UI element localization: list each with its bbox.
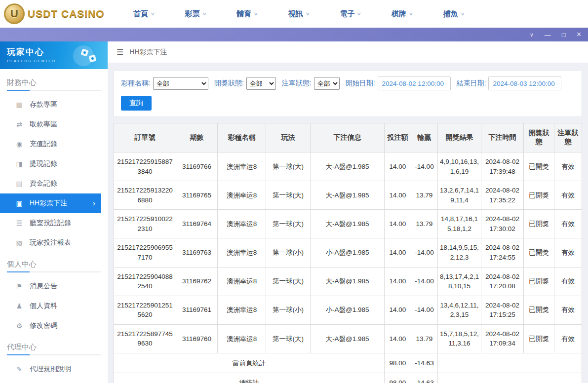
cell-bet-time: 2024-08-02 17:30:02 bbox=[481, 210, 524, 238]
cell-draw-status: 已開獎 bbox=[524, 267, 554, 296]
sidebar-item[interactable]: ✎ 代理規則說明 bbox=[0, 359, 101, 379]
column-header: 注單狀態 bbox=[554, 123, 582, 153]
sidebar-item[interactable]: ▤ 資金記錄 bbox=[0, 174, 101, 193]
cell-order-no: 2152172259132206880 bbox=[114, 181, 176, 210]
topnav-item[interactable]: 首頁 ∨ bbox=[133, 9, 155, 19]
sidebar-item[interactable]: ☰ 廳室投註記錄 bbox=[0, 213, 101, 233]
cell-win-loss: 13.79 bbox=[411, 210, 438, 238]
cell-lottery-name: 澳洲幸运8 bbox=[218, 210, 266, 238]
start-date-input[interactable] bbox=[378, 77, 451, 90]
table-row: 2152172259040882540 31169762 澳洲幸运8 第一球(大… bbox=[114, 267, 582, 296]
logo-letter: U bbox=[10, 7, 18, 20]
cell-bet-amount: 14.00 bbox=[385, 181, 411, 210]
sidebar-item-label: 廳室投註記錄 bbox=[30, 219, 71, 228]
chevron-down-icon: ∨ bbox=[254, 11, 259, 16]
section-divider bbox=[7, 90, 101, 91]
sidebar-item-icon: ✎ bbox=[15, 365, 24, 373]
topnav-item[interactable]: 視訊 ∨ bbox=[288, 9, 310, 19]
column-header: 輸贏 bbox=[411, 123, 438, 153]
hamburger-menu-icon[interactable]: ☰ bbox=[117, 47, 123, 57]
topnav-item-label: 電子 bbox=[340, 9, 354, 19]
sidebar-item[interactable]: ▧ 玩家投注報表 bbox=[0, 233, 101, 253]
cell-bet-time: 2024-08-02 17:15:25 bbox=[481, 296, 524, 324]
topnav-item-label: 首頁 bbox=[133, 9, 148, 19]
cell-play-type: 第一球(小) bbox=[266, 238, 311, 267]
bets-table: 訂單號 期數 彩種名稱 玩法 下注信息 投注額 bbox=[114, 123, 582, 383]
column-header: 彩種名稱 bbox=[218, 123, 266, 153]
topnav-item[interactable]: 電子 ∨ bbox=[340, 9, 361, 19]
main-area: ☰ HH彩票下注 彩種名稱: 全部 開獎狀態: 全部 bbox=[108, 41, 588, 383]
sidebar-item-label: HH彩票下注 bbox=[30, 199, 67, 208]
cell-win-loss: 13.79 bbox=[411, 181, 438, 210]
filter-panel: 彩種名稱: 全部 開獎狀態: 全部 注單狀態: 全 bbox=[114, 70, 582, 117]
dice-decoration bbox=[68, 44, 103, 67]
topnav-item-label: 捕魚 bbox=[443, 9, 458, 19]
topnav-item-label: 視訊 bbox=[288, 9, 303, 19]
cell-win-loss: -14.00 bbox=[411, 153, 438, 181]
collapse-icon[interactable]: ∨ bbox=[530, 32, 534, 38]
minimize-icon[interactable]: — bbox=[545, 32, 551, 38]
sidebar-item[interactable]: ⚑ 消息公告 bbox=[0, 276, 101, 296]
order-status-filter-label: 注單狀態: bbox=[282, 79, 312, 88]
cell-order-status: 有效 bbox=[554, 238, 582, 267]
sidebar-item[interactable]: ▣ HH彩票下注 › bbox=[0, 193, 101, 213]
cell-order-status: 有效 bbox=[554, 267, 582, 296]
topnav-item[interactable]: 彩票 ∨ bbox=[185, 9, 206, 19]
table-row: 2152172259069557170 31169763 澳洲幸运8 第一球(小… bbox=[114, 238, 582, 267]
topnav-item[interactable]: 棋牌 ∨ bbox=[392, 9, 413, 19]
chevron-down-icon: ∨ bbox=[408, 11, 413, 16]
cell-win-loss: -14.00 bbox=[411, 296, 438, 324]
end-date-input[interactable] bbox=[488, 77, 561, 90]
table-row: 2152172258977459630 31169760 澳洲幸运8 第一球(大… bbox=[114, 324, 582, 353]
table-body: 2152172259158873840 31169766 澳洲幸运8 第一球(大… bbox=[114, 153, 582, 353]
column-header: 玩法 bbox=[266, 123, 311, 153]
cell-play-type: 第一球(大) bbox=[266, 267, 311, 296]
sidebar-item-label: 玩家投注報表 bbox=[30, 238, 71, 247]
cell-draw-status: 已開獎 bbox=[524, 153, 554, 181]
cell-bet-amount: 14.00 bbox=[385, 324, 411, 353]
cell-draw-result: 18,14,9,5,15,2,12,3 bbox=[438, 238, 481, 267]
section-divider bbox=[7, 354, 101, 355]
order-status-select[interactable]: 全部 bbox=[314, 77, 340, 90]
summary-empty-cell bbox=[438, 353, 582, 373]
column-header: 下注時間 bbox=[481, 123, 524, 153]
cell-lottery-name: 澳洲幸运8 bbox=[218, 296, 266, 324]
sidebar-item[interactable]: ◨ 提現記錄 bbox=[0, 154, 101, 174]
lottery-select[interactable]: 全部 bbox=[153, 77, 208, 90]
sidebar-item[interactable]: ⇄ 取款專區 bbox=[0, 115, 101, 134]
maximize-icon[interactable]: □ bbox=[562, 32, 566, 38]
cell-draw-result: 15,7,18,5,12,11,3,16 bbox=[438, 324, 481, 353]
sidebar-item-label: 代理規則說明 bbox=[30, 365, 71, 374]
close-icon[interactable]: × bbox=[577, 31, 581, 38]
cell-period: 31169764 bbox=[176, 210, 218, 238]
cell-draw-result: 13,4,6,12,11,2,3,15 bbox=[438, 296, 481, 324]
sidebar-item-label: 提現記錄 bbox=[30, 159, 57, 168]
summary-bet-amount: 98.00 bbox=[385, 373, 411, 383]
cell-draw-status: 已開獎 bbox=[524, 210, 554, 238]
end-date-label: 結束日期: bbox=[457, 79, 486, 88]
sidebar-item-icon: ◉ bbox=[15, 140, 24, 148]
topnav-item-label: 體育 bbox=[236, 9, 251, 19]
sidebar-item[interactable]: ♟ 個人資料 bbox=[0, 296, 101, 316]
cell-bet-time: 2024-08-02 17:20:08 bbox=[481, 267, 524, 296]
sidebar-item-icon: ▧ bbox=[15, 239, 24, 247]
cell-bet-time: 2024-08-02 17:35:22 bbox=[481, 181, 524, 210]
topnav-item[interactable]: 體育 ∨ bbox=[236, 9, 258, 19]
content-area: 彩種名稱: 全部 開獎狀態: 全部 注單狀態: 全 bbox=[108, 63, 588, 383]
sidebar-item[interactable]: ⚙ 修改密碼 bbox=[0, 316, 101, 336]
search-button[interactable]: 查詢 bbox=[121, 96, 152, 111]
cell-play-type: 第一球(大) bbox=[266, 181, 311, 210]
sidebar-item[interactable]: ▦ 存款專區 bbox=[0, 95, 101, 115]
cell-bet-time: 2024-08-02 17:24:55 bbox=[481, 238, 524, 267]
personal-menu-group: ⚑ 消息公告 ♟ 個人資料 ⚙ 修改密碼 bbox=[0, 276, 108, 336]
summary-empty-cell bbox=[438, 373, 582, 383]
sidebar-item-icon: ⚙ bbox=[15, 322, 24, 330]
topnav-item[interactable]: 捕魚 ∨ bbox=[443, 9, 465, 19]
column-header: 開獎結果 bbox=[438, 123, 481, 153]
section-divider bbox=[7, 271, 101, 272]
draw-status-select[interactable]: 全部 bbox=[246, 77, 276, 90]
topnav-item-label: 彩票 bbox=[185, 9, 200, 19]
cell-order-no: 2152172259012515620 bbox=[114, 296, 176, 324]
sidebar-item[interactable]: ◉ 充值記錄 bbox=[0, 134, 101, 154]
cell-order-status: 有效 bbox=[554, 181, 582, 210]
